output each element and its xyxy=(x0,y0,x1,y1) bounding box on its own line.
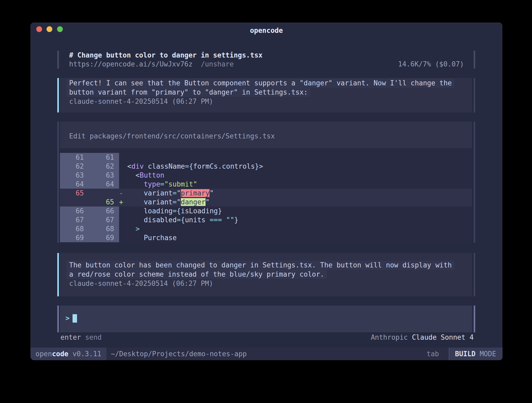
diff-line-number-old: 68 xyxy=(60,224,90,233)
edit-tool-header: Edit packages/frontend/src/containers/Se… xyxy=(60,122,472,148)
diff-line-number-new: 68 xyxy=(90,224,119,233)
message-text-line: The button color has been changed to dan… xyxy=(66,261,472,270)
diff-row: 6666 loading={isLoading} xyxy=(60,206,472,215)
diff-code-line: <Button xyxy=(119,171,472,180)
diff-change-sign xyxy=(119,153,127,161)
diff-row: 6767 disabled={units === ""} xyxy=(60,215,472,224)
hints-row: enter send Anthropic Claude Sonnet 4 xyxy=(31,333,502,342)
diff-line-number-old: 62 xyxy=(60,162,90,171)
working-directory: ~/Desktop/Projects/demo-notes-app xyxy=(111,348,247,360)
diff-code-line xyxy=(119,153,472,162)
diff-line-number-old xyxy=(60,198,90,206)
diff-row: 6262 <div className={formCs.controls}> xyxy=(60,162,472,171)
titlebar: opencode xyxy=(31,23,502,38)
diff-code-line: + variant="danger" xyxy=(119,198,472,206)
edit-right-border xyxy=(474,122,475,243)
diff-line-number-new: 67 xyxy=(90,215,119,224)
message-right-border xyxy=(474,78,475,112)
diff-change-sign xyxy=(119,216,127,224)
diff-row: 6464 type="submit" xyxy=(60,180,472,189)
window-title: opencode xyxy=(31,26,502,35)
diff-line-number-old: 66 xyxy=(60,206,90,215)
diff-row: 6161 xyxy=(60,153,472,162)
message-model-timestamp: claude-sonnet-4-20250514 (06:27 PM) xyxy=(66,97,472,106)
diff-rows: 6161 6262 <div className={formCs.control… xyxy=(60,153,472,242)
prompt-symbol: > xyxy=(65,314,70,323)
diff-line-number-new: 62 xyxy=(90,162,119,171)
text-cursor xyxy=(73,314,77,323)
diff-change-sign xyxy=(119,162,127,170)
diff-line-number-new: 65 xyxy=(90,198,119,206)
assistant-message: The button color has been changed to dan… xyxy=(60,253,472,296)
diff-change-sign xyxy=(119,171,127,179)
diff-line-number-old: 61 xyxy=(60,153,90,162)
diff-line-number-old: 67 xyxy=(60,215,90,224)
tab-keybind-hint[interactable]: tab xyxy=(427,348,439,360)
message-accent-border xyxy=(57,78,59,112)
share-url[interactable]: https://opencode.ai/s/UwJxv76z xyxy=(69,60,193,68)
session-title: # Change button color to danger in setti… xyxy=(69,51,263,60)
diff-line-number-new: 69 xyxy=(90,233,119,242)
edit-tool-block: Edit packages/frontend/src/containers/Se… xyxy=(60,122,472,243)
unshare-command: /unshare xyxy=(201,60,234,68)
diff-line-number-new: 61 xyxy=(90,153,119,162)
diff-code-line: disabled={units === ""} xyxy=(119,215,472,224)
diff-code-line: <div className={formCs.controls}> xyxy=(119,162,472,171)
prompt-left-border xyxy=(57,306,59,332)
message-text-line: button variant from "primary" to "danger… xyxy=(66,88,472,97)
diff-code-line: - variant="primary" xyxy=(119,189,472,198)
enter-hint: enter send xyxy=(60,333,102,342)
edit-file-path: Edit packages/frontend/src/containers/Se… xyxy=(60,122,472,141)
diff-row: 6868 > xyxy=(60,224,472,233)
assistant-message: Perfect! I can see that the Button compo… xyxy=(60,78,472,112)
message-right-border xyxy=(474,253,475,296)
diff-change-sign: - xyxy=(119,189,127,197)
share-row: https://opencode.ai/s/UwJxv76z /unshare xyxy=(69,60,234,69)
prompt-input[interactable]: > xyxy=(60,306,472,332)
diff-row: 65- variant="primary" xyxy=(60,189,472,198)
message-model-timestamp: claude-sonnet-4-20250514 (06:27 PM) xyxy=(66,279,472,288)
diff-change-sign xyxy=(119,207,127,215)
diff-line-number-new: 66 xyxy=(90,206,119,215)
diff-line-number-new xyxy=(90,189,119,198)
diff-change-sign: + xyxy=(119,198,127,206)
prompt-right-border xyxy=(474,306,475,332)
header-right-border xyxy=(474,51,475,69)
diff-code-line: > xyxy=(119,224,472,233)
diff-code-line: loading={isLoading} xyxy=(119,206,472,215)
diff-line-number-old: 64 xyxy=(60,180,90,189)
status-bar: opencode v0.3.11 ~/Desktop/Projects/demo… xyxy=(31,348,502,360)
diff-row: 65+ variant="danger" xyxy=(60,198,472,206)
edit-left-border xyxy=(57,122,59,243)
opencode-terminal-window: opencode # Change button color to danger… xyxy=(30,23,502,360)
model-indicator: Anthropic Claude Sonnet 4 xyxy=(371,333,474,342)
diff-line-number-new: 63 xyxy=(90,171,119,180)
message-text-line: a red/rose color scheme instead of the b… xyxy=(66,270,472,279)
diff-change-sign xyxy=(119,234,127,242)
diff-change-sign xyxy=(119,180,127,188)
diff-row: 6969 Purchase xyxy=(60,233,472,242)
diff-code-line: Purchase xyxy=(119,233,472,242)
diff-row: 6363 <Button xyxy=(60,171,472,180)
diff-line-number-new: 64 xyxy=(90,180,119,189)
mode-indicator[interactable]: BUILD MODE xyxy=(449,348,503,360)
diff-line-number-old: 65 xyxy=(60,189,90,198)
diff-line-number-old: 69 xyxy=(60,233,90,242)
app-version-segment: opencode v0.3.11 xyxy=(31,348,106,360)
message-accent-border xyxy=(57,253,59,296)
message-text-line: Perfect! I can see that the Button compo… xyxy=(66,79,472,88)
diff-line-number-old: 63 xyxy=(60,171,90,180)
diff-view: 6161 6262 <div className={formCs.control… xyxy=(60,148,472,243)
diff-code-line: type="submit" xyxy=(119,180,472,189)
header-left-border xyxy=(57,51,59,69)
diff-change-sign xyxy=(119,225,127,233)
token-cost-stats: 14.6K/7% ($0.07) xyxy=(398,60,464,69)
